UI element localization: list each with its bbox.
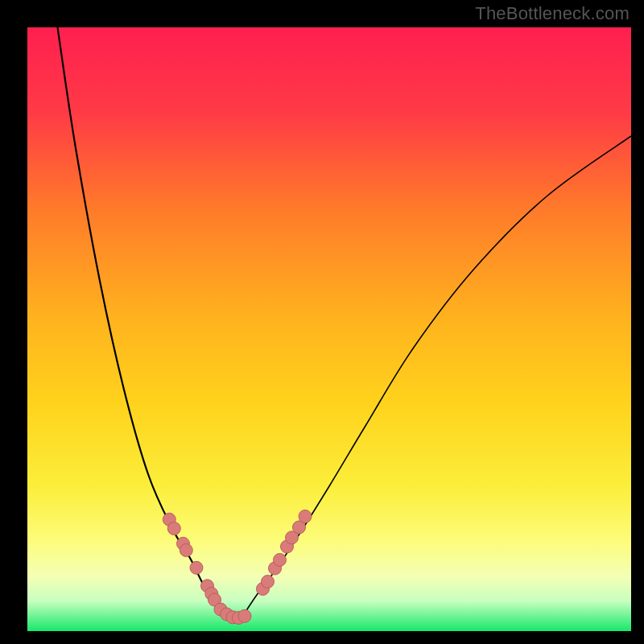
bottleneck-curve-right	[245, 136, 631, 613]
data-marker	[274, 554, 287, 567]
plot-area	[27, 27, 631, 631]
watermark-text: TheBottleneck.com	[475, 3, 630, 24]
data-marker	[262, 576, 275, 588]
marker-cluster-right	[257, 510, 312, 596]
data-marker	[190, 561, 203, 574]
data-marker	[167, 522, 180, 535]
marker-cluster-left	[163, 513, 251, 624]
data-marker	[238, 609, 251, 622]
bottleneck-curve-left	[58, 27, 221, 613]
outer-frame: TheBottleneck.com	[0, 0, 644, 644]
data-marker	[180, 544, 192, 557]
data-marker	[299, 510, 312, 523]
curve-layer	[27, 27, 631, 631]
